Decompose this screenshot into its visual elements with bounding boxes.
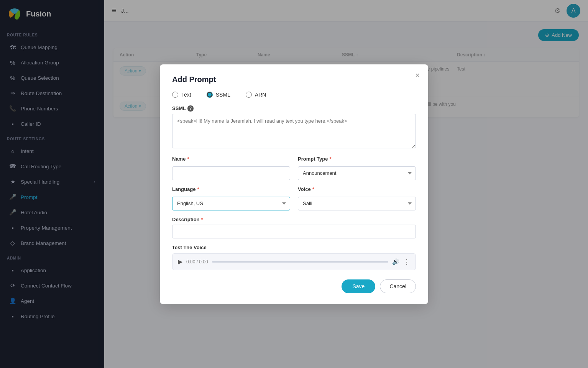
add-prompt-modal: Add Prompt × Text SSML ARN SSML ? <box>160 64 428 304</box>
description-label-text: Description <box>172 217 200 222</box>
test-voice-section: Test The Voice ▶ 0:00 / 0:00 🔊 ⋮ <box>172 245 416 270</box>
language-select[interactable]: English, US English, UK Spanish French <box>172 197 290 210</box>
language-voice-row: Language * English, US English, UK Spani… <box>172 186 416 210</box>
ssml-textarea[interactable] <box>172 114 416 148</box>
prompt-type-field-group: Prompt Type * Announcement Greeting Hold… <box>298 156 416 180</box>
test-voice-label: Test The Voice <box>172 245 416 250</box>
cancel-button[interactable]: Cancel <box>380 279 416 293</box>
voice-label-text: Voice <box>298 186 311 192</box>
play-button[interactable]: ▶ <box>178 258 182 265</box>
voice-field-group: Voice * Salli Joanna Kendra Kimberly <box>298 186 416 210</box>
volume-button[interactable]: 🔊 <box>392 258 399 265</box>
more-options-button[interactable]: ⋮ <box>403 258 410 266</box>
name-required-star: * <box>187 156 189 162</box>
radio-ssml-label: SSML <box>216 92 230 98</box>
language-label-text: Language <box>172 186 195 192</box>
prompt-type-label: Prompt Type * <box>298 156 416 162</box>
audio-time: 0:00 / 0:00 <box>186 259 208 264</box>
ssml-label-text: SSML <box>172 105 186 111</box>
modal-close-button[interactable]: × <box>415 71 420 79</box>
radio-arn-label: ARN <box>255 92 266 98</box>
radio-text[interactable]: Text <box>172 92 191 98</box>
radio-arn[interactable]: ARN <box>246 92 266 98</box>
radio-text-label: Text <box>181 92 191 98</box>
ssml-help-icon[interactable]: ? <box>187 105 194 112</box>
ssml-field-label: SSML ? <box>172 105 416 112</box>
modal-footer: Save Cancel <box>172 279 416 293</box>
audio-player: ▶ 0:00 / 0:00 🔊 ⋮ <box>172 253 416 270</box>
progress-bar-container[interactable] <box>212 261 388 263</box>
language-field-group: Language * English, US English, UK Spani… <box>172 186 290 210</box>
voice-required-star: * <box>312 186 314 192</box>
prompt-type-required-star: * <box>330 156 332 162</box>
modal-title: Add Prompt <box>172 75 416 84</box>
name-prompttype-row: Name * Prompt Type * Announcement Greeti… <box>172 156 416 180</box>
radio-ssml-input[interactable] <box>207 92 213 98</box>
radio-text-input[interactable] <box>172 92 178 98</box>
voice-select[interactable]: Salli Joanna Kendra Kimberly <box>298 197 416 210</box>
radio-ssml[interactable]: SSML <box>207 92 230 98</box>
language-required-star: * <box>197 186 199 192</box>
language-label: Language * <box>172 186 290 192</box>
name-field-group: Name * <box>172 156 290 180</box>
name-label: Name * <box>172 156 290 162</box>
description-label: Description * <box>172 217 416 222</box>
description-field-group: Description * <box>172 217 416 238</box>
voice-label: Voice * <box>298 186 416 192</box>
prompt-type-select[interactable]: Announcement Greeting Hold Goodbye <box>298 166 416 180</box>
modal-overlay[interactable]: Add Prompt × Text SSML ARN SSML ? <box>0 0 588 368</box>
description-input[interactable] <box>172 225 416 238</box>
prompt-type-radio-group: Text SSML ARN <box>172 92 416 98</box>
save-button[interactable]: Save <box>342 279 375 293</box>
prompt-type-label-text: Prompt Type <box>298 156 328 162</box>
name-label-text: Name <box>172 156 186 162</box>
description-required-star: * <box>201 217 203 222</box>
radio-arn-input[interactable] <box>246 92 252 98</box>
name-input[interactable] <box>172 166 290 180</box>
